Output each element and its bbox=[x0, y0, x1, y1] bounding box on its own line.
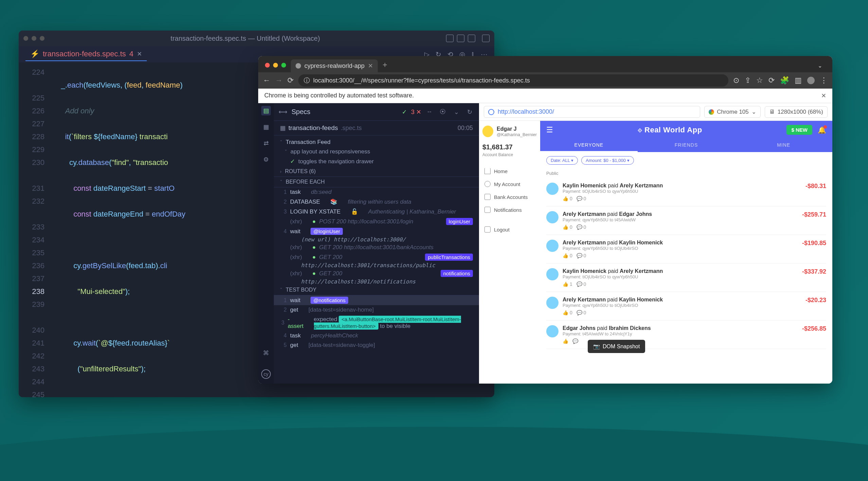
address-bar[interactable]: ⓘ localhost:3000/__/#/specs/runner?file=… bbox=[298, 74, 728, 87]
before-each-section[interactable]: ˅BEFORE EACH bbox=[274, 177, 479, 187]
back-icon[interactable]: ← bbox=[263, 76, 270, 85]
tab-close-icon[interactable]: ✕ bbox=[137, 50, 142, 58]
close-dot[interactable] bbox=[23, 36, 28, 41]
comment-icon[interactable]: 💬 0 bbox=[577, 224, 586, 230]
it-row[interactable]: ✓toggles the navigation drawer bbox=[274, 156, 479, 166]
transaction-row[interactable]: Arely Kertzmann paid Kaylin Homenick Pay… bbox=[546, 292, 826, 320]
like-icon[interactable]: 👍 0 bbox=[563, 196, 572, 201]
sidebar-item-notifications[interactable]: Notifications bbox=[482, 204, 537, 216]
specs-nav-icon[interactable]: ▤ bbox=[261, 106, 271, 115]
expand-icon[interactable]: ⌄ bbox=[812, 59, 828, 72]
command-log[interactable]: ˅Transaction Feed ˅app layout and respon… bbox=[274, 135, 479, 384]
browser-tab[interactable]: cypress-realworld-app ✕ bbox=[291, 59, 378, 72]
sidebar-item-logout[interactable]: Logout bbox=[482, 224, 537, 235]
xhr-row[interactable]: (xhr) ●POST 200 http://localhost:3001/lo… bbox=[274, 217, 479, 226]
transaction-row[interactable]: Arely Kertzmann paid Edgar Johns Payment… bbox=[546, 206, 826, 235]
browser-select[interactable]: Chrome 105⌄ bbox=[704, 106, 761, 118]
sidebar-item-home[interactable]: Home bbox=[482, 165, 537, 177]
comment-icon[interactable]: 💬 bbox=[572, 338, 578, 344]
search-icon[interactable]: ⊙ bbox=[733, 76, 739, 85]
like-icon[interactable]: 👍 0 bbox=[563, 310, 572, 315]
panel-icon[interactable] bbox=[457, 35, 464, 42]
user-avatar[interactable] bbox=[482, 126, 493, 137]
keyboard-icon[interactable]: ⌘ bbox=[261, 348, 271, 358]
cmd-row[interactable]: 4task percyHealthCheck bbox=[274, 331, 479, 340]
cmd-row[interactable]: 2get [data-test=sidenav-home] bbox=[274, 305, 479, 315]
cypress-logo-icon[interactable]: cy bbox=[261, 369, 271, 379]
profile-icon[interactable] bbox=[807, 77, 815, 84]
chrome-tabbar: cypress-realworld-app ✕ + ⌄ bbox=[258, 56, 832, 72]
close-dot[interactable] bbox=[265, 63, 270, 68]
new-tab-button[interactable]: + bbox=[378, 57, 392, 72]
collapse-icon[interactable]: ⟷ bbox=[279, 108, 287, 116]
chevron-down-icon[interactable]: ⌄ bbox=[452, 108, 461, 116]
cmd-row[interactable]: 1wait @notifications bbox=[274, 295, 479, 305]
alias-tag: publicTransactions bbox=[425, 254, 473, 261]
test-body-section[interactable]: ˅TEST BODY bbox=[274, 285, 479, 295]
like-icon[interactable]: 👍 0 bbox=[563, 224, 572, 230]
pause-icon[interactable]: ⦿ bbox=[438, 108, 448, 115]
preview-url-bar[interactable]: http://localhost:3000/ bbox=[484, 106, 700, 118]
file-tab[interactable]: ⚡ transaction-feeds.spec.ts 4 ✕ bbox=[25, 48, 147, 61]
transaction-row[interactable]: Kaylin Homenick paid Arely Kertzmann Pay… bbox=[546, 178, 826, 206]
bookmark-icon[interactable]: ☆ bbox=[756, 76, 763, 85]
context-row[interactable]: ˅app layout and responsiveness bbox=[274, 147, 479, 156]
sidebar-item-account[interactable]: My Account bbox=[482, 178, 537, 190]
sidebar-icon[interactable] bbox=[468, 35, 475, 42]
debug-nav-icon[interactable]: ⇄ bbox=[261, 138, 271, 148]
balance-value: $1,681.37 bbox=[482, 143, 537, 151]
cmd-row[interactable]: 4wait @loginUser bbox=[274, 226, 479, 236]
tab-everyone[interactable]: EVERYONE bbox=[540, 139, 638, 152]
comment-icon[interactable]: 💬 0 bbox=[577, 281, 586, 287]
menu-icon[interactable]: ⋮ bbox=[820, 76, 828, 85]
runs-nav-icon[interactable]: ▦ bbox=[261, 122, 271, 132]
restart-icon[interactable]: ↻ bbox=[465, 108, 474, 116]
layout-icon[interactable] bbox=[446, 35, 454, 42]
date-filter[interactable]: Date: ALL ▾ bbox=[546, 156, 578, 165]
comment-icon[interactable]: 💬 0 bbox=[577, 253, 586, 258]
panel-icon[interactable]: ▥ bbox=[795, 76, 802, 85]
infobar-close-icon[interactable]: ✕ bbox=[821, 92, 826, 99]
max-dot[interactable] bbox=[281, 63, 286, 68]
like-icon[interactable]: 👍 bbox=[563, 338, 568, 344]
line-gutter: 224 225226227228229230 231232 2332342352… bbox=[19, 62, 49, 397]
cmd-row[interactable]: 1task db:seed bbox=[274, 187, 479, 197]
update-icon[interactable]: ⟳ bbox=[768, 76, 775, 85]
routes-section[interactable]: ›ROUTES (6) bbox=[274, 166, 479, 177]
xhr-row[interactable]: (xhr) ●GET 200 http://localhost:3001/ban… bbox=[274, 243, 479, 252]
extension-icon[interactable]: 🧩 bbox=[780, 76, 789, 85]
transaction-row[interactable]: Arely Kertzmann paid Kaylin Homenick Pay… bbox=[546, 235, 826, 263]
comment-icon[interactable]: 💬 0 bbox=[577, 310, 586, 315]
tab-mine[interactable]: MINE bbox=[735, 139, 832, 152]
reload-icon[interactable]: ⟳ bbox=[287, 76, 294, 85]
xhr-row[interactable]: (xhr) ●GET 200publicTransactions bbox=[274, 252, 479, 262]
new-button[interactable]: $ NEW bbox=[786, 125, 812, 135]
comment-icon[interactable]: 💬 0 bbox=[577, 196, 586, 201]
xhr-row[interactable]: (xhr) ●GET 200notifications bbox=[274, 269, 479, 278]
amount-filter[interactable]: Amount: $0 - $1,000 ▾ bbox=[581, 156, 634, 165]
settings-nav-icon[interactable]: ⚙ bbox=[261, 155, 271, 164]
max-dot[interactable] bbox=[40, 36, 45, 41]
cmd-row[interactable]: 2DATABASE 📚 filtering within users data bbox=[274, 197, 479, 207]
describe-row[interactable]: ˅Transaction Feed bbox=[274, 137, 479, 147]
cmd-row[interactable]: 5get [data-test=sidenav-toggle] bbox=[274, 340, 479, 350]
sidebar-item-bank[interactable]: Bank Accounts bbox=[482, 191, 537, 203]
transaction-feed[interactable]: Kaylin Homenick paid Arely Kertzmann Pay… bbox=[540, 178, 832, 384]
customize-icon[interactable] bbox=[482, 35, 490, 42]
assert-row[interactable]: 3-assert expected <a.MuiButtonBase-root.… bbox=[274, 315, 479, 331]
forward-icon[interactable]: → bbox=[275, 76, 283, 85]
cmd-row[interactable]: 3LOGIN BY XSTATE 🔓 Authenticating | Kath… bbox=[274, 207, 479, 217]
menu-icon[interactable]: ☰ bbox=[546, 126, 553, 134]
share-icon[interactable]: ⇪ bbox=[745, 76, 751, 85]
person-icon bbox=[484, 181, 491, 187]
like-icon[interactable]: 👍 0 bbox=[563, 253, 572, 258]
like-icon[interactable]: 👍 1 bbox=[563, 281, 572, 287]
tab-friends[interactable]: FRIENDS bbox=[638, 139, 735, 152]
min-dot[interactable] bbox=[32, 36, 36, 41]
min-dot[interactable] bbox=[273, 63, 278, 68]
tab-close-icon[interactable]: ✕ bbox=[368, 62, 373, 70]
spec-file-row[interactable]: ▦ transaction-feeds.spec.ts 00:05 bbox=[274, 121, 479, 135]
transaction-row[interactable]: Kaylin Homenick paid Arely Kertzmann Pay… bbox=[546, 263, 826, 292]
viewport-select[interactable]: 🖥1280x1000 (68%) bbox=[765, 106, 828, 118]
notification-bell-icon[interactable]: 🔔 bbox=[818, 126, 826, 134]
